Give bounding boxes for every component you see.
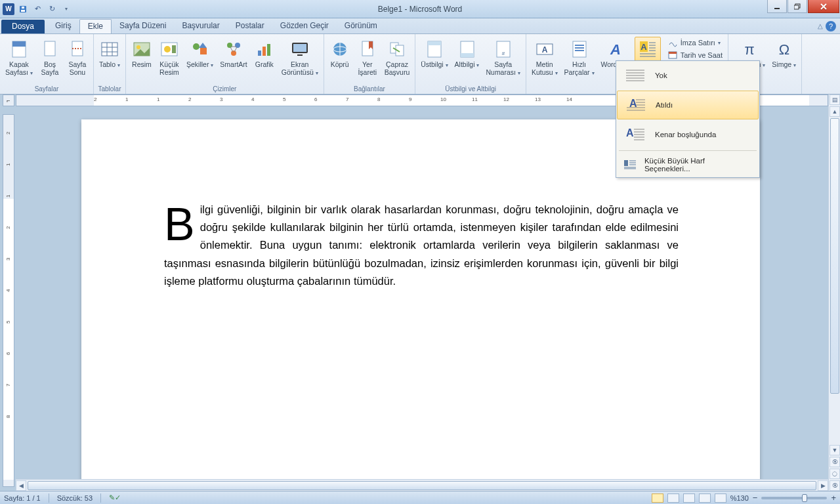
zoom-slider[interactable] xyxy=(761,497,827,499)
scroll-down-icon[interactable]: ▼ xyxy=(830,445,840,455)
hscroll-thumb[interactable] xyxy=(28,481,816,490)
ribbon-küçük-resim-button[interactable]: KüçükResim xyxy=(156,37,182,78)
tab-giriş[interactable]: Giriş xyxy=(47,19,79,33)
close-button[interactable] xyxy=(808,0,839,13)
ribbon-ekran-görüntüsü-button[interactable]: EkranGörüntüsü ▾ xyxy=(279,37,321,78)
tab-görünüm[interactable]: Görünüm xyxy=(337,19,385,33)
grafik-icon xyxy=(254,39,275,60)
view-web-layout-icon[interactable] xyxy=(683,494,695,503)
menu-separator xyxy=(619,150,757,151)
status-word-count[interactable]: Sözcük: 53 xyxy=(57,494,93,502)
view-draft-icon[interactable] xyxy=(715,494,726,503)
köprü-icon xyxy=(329,39,350,60)
tab-file[interactable]: Dosya xyxy=(1,20,45,33)
ribbon-resim-button[interactable]: Resim xyxy=(129,37,155,71)
horizontal-scrollbar[interactable]: ◀ ▶ xyxy=(16,479,828,491)
svg-rect-22 xyxy=(172,45,176,53)
ribbon-metin-kutusu-button[interactable]: AMetinKutusu ▾ xyxy=(529,37,560,78)
ribbon-small-i̇mza-satırı[interactable]: İmza Satırı ▾ xyxy=(665,37,725,49)
ribbon-yer-i-şareti-button[interactable]: Yerİşareti xyxy=(354,37,381,78)
ribbon-smartart-button[interactable]: SmartArt xyxy=(217,37,249,71)
vertical-scrollbar[interactable]: ▤ ▲ ▼ ⦿ ◯ ⦿ xyxy=(828,94,840,491)
minimize-button[interactable] xyxy=(767,0,787,13)
ribbon-tablo-button[interactable]: Tablo ▾ xyxy=(96,37,123,71)
şekiller-icon xyxy=(190,39,211,60)
dropcap-menu-item-atıldı[interactable]: AAtıldı xyxy=(617,91,759,119)
undo-icon[interactable]: ↶ xyxy=(32,3,43,15)
svg-rect-9 xyxy=(12,41,26,47)
restore-button[interactable] xyxy=(788,0,807,13)
title-bar: W ↶ ↻ ▾ Belge1 - Microsoft Word xyxy=(0,0,840,18)
svg-text:A: A xyxy=(626,127,634,138)
view-full-screen-icon[interactable] xyxy=(667,494,679,503)
ribbon-hızlı-parçalar-button[interactable]: HızlıParçalar ▾ xyxy=(562,37,597,78)
zoom-in-icon[interactable]: + xyxy=(831,493,836,503)
proofing-icon[interactable]: ✎✓ xyxy=(109,494,121,502)
ruler-tick: 2 xyxy=(5,132,11,135)
tab-selector[interactable]: ⌐ xyxy=(3,94,14,106)
scroll-thumb[interactable] xyxy=(830,118,839,394)
group-label: Bağlantılar xyxy=(327,85,413,94)
prev-page-icon[interactable]: ⦿ xyxy=(830,457,840,467)
svg-rect-5 xyxy=(794,5,799,9)
save-icon[interactable] xyxy=(17,3,29,15)
dropcap-menu-item-kenar-boşluğunda[interactable]: AKenar boşluğunda xyxy=(616,120,759,149)
ribbon-sayfa-sonu-button[interactable]: SayfaSonu xyxy=(64,37,91,78)
ribbon-small-tarih-ve-saat[interactable]: Tarih ve Saat xyxy=(665,49,725,61)
dropcap-options-item[interactable]: Küçük Büyük Harf Seçenekleri... xyxy=(616,152,759,177)
view-print-layout-icon[interactable] xyxy=(652,494,663,503)
help-icon[interactable]: ? xyxy=(826,21,836,32)
ribbon-köprü-button[interactable]: Köprü xyxy=(327,37,353,71)
zoom-level[interactable]: %130 xyxy=(730,494,749,502)
ribbon-kapak-sayfası-button[interactable]: KapakSayfası ▾ xyxy=(3,37,35,78)
document-body[interactable]: Bilgi güvenliği, bilginin bir varlık ola… xyxy=(164,201,679,290)
dropdown-arrow-icon: ▾ xyxy=(316,70,318,76)
zoom-out-icon[interactable]: − xyxy=(753,493,758,503)
qat-customize-icon[interactable]: ▾ xyxy=(60,3,72,15)
ruler-tick: 5 xyxy=(5,321,11,324)
ribbon-grafik-button[interactable]: Grafik xyxy=(251,37,278,71)
svg-rect-30 xyxy=(262,47,266,56)
ribbon-button-label: Şekiller ▾ xyxy=(186,61,213,69)
ribbon-çapraz-başvuru-button[interactable]: ÇaprazBaşvuru xyxy=(382,37,413,78)
next-page-icon[interactable]: ⦿ xyxy=(830,480,840,491)
status-page[interactable]: Sayfa: 1 / 1 xyxy=(4,494,41,502)
group-label: Çizimler xyxy=(129,85,321,94)
redo-icon[interactable]: ↻ xyxy=(46,3,58,15)
window-controls xyxy=(767,0,840,13)
svg-text:Ω: Ω xyxy=(778,41,789,58)
svg-rect-64 xyxy=(669,52,677,54)
hızlı-parçalar-icon xyxy=(569,39,590,60)
ribbon-üstbilgi-button[interactable]: Üstbilgi ▾ xyxy=(418,37,450,71)
zoom-knob[interactable] xyxy=(802,494,807,502)
vertical-ruler[interactable]: 2112345678 xyxy=(3,114,14,487)
ruler-tick: 5 xyxy=(283,96,285,102)
ribbon-simge-button[interactable]: ΩSimge ▾ xyxy=(769,37,799,71)
tab-ekle[interactable]: Ekle xyxy=(79,19,112,33)
ribbon-şekiller-button[interactable]: Şekiller ▾ xyxy=(184,37,216,71)
ribbon-altbilgi-button[interactable]: Altbilgi ▾ xyxy=(452,37,482,71)
ruler-tick: 14 xyxy=(566,96,572,102)
dropdown-arrow-icon: ▾ xyxy=(30,70,33,76)
scroll-up-icon[interactable]: ▲ xyxy=(830,106,840,117)
ribbon-button-label: Köprü xyxy=(331,61,349,69)
tab-gözden-geçir[interactable]: Gözden Geçir xyxy=(272,19,337,33)
svg-marker-25 xyxy=(199,43,207,48)
ruler-tick: 4 xyxy=(251,96,254,102)
dropcap-menu-item-yok[interactable]: Yok xyxy=(616,61,759,90)
tab-postalar[interactable]: Postalar xyxy=(228,19,272,33)
ribbon-boş-sayfa-button[interactable]: BoşSayfa xyxy=(37,37,63,78)
tab-başvurular[interactable]: Başvurular xyxy=(174,19,227,33)
collapse-ribbon-icon[interactable]: △ xyxy=(818,22,823,30)
svg-point-21 xyxy=(164,46,171,52)
tab-sayfa-düzeni[interactable]: Sayfa Düzeni xyxy=(112,19,174,33)
svg-rect-31 xyxy=(267,44,270,56)
view-outline-icon[interactable] xyxy=(699,494,711,503)
scroll-left-icon[interactable]: ◀ xyxy=(16,480,26,491)
word-app-icon[interactable]: W xyxy=(3,3,14,15)
ribbon-sayfa-numarası-button[interactable]: #SayfaNumarası ▾ xyxy=(483,37,522,78)
scroll-right-icon[interactable]: ▶ xyxy=(818,480,828,491)
browse-object-icon[interactable]: ◯ xyxy=(830,469,840,479)
ruler-tick: 4 xyxy=(5,289,11,292)
ruler-toggle-icon[interactable]: ▤ xyxy=(830,94,840,105)
